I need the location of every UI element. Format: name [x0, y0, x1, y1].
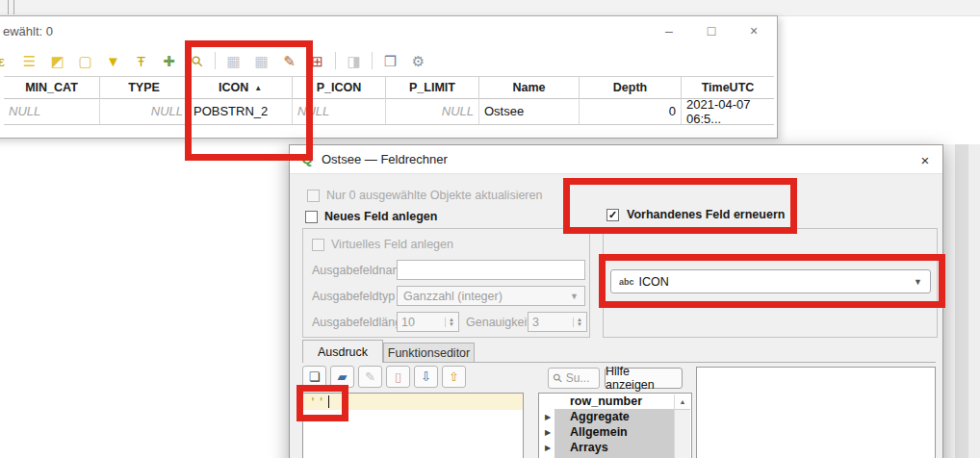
expand-arrow-icon[interactable]: ▶	[545, 413, 551, 421]
function-group-allgemein[interactable]: ▶ Allgemein	[539, 424, 691, 440]
cell-timeutc[interactable]: 2021-04-07 06:5...	[682, 98, 774, 124]
output-type-label: Ausgabefeldtyp	[312, 290, 395, 303]
attribute-table-window: ewählt: 0 – □ × ε ☰ ◩ ▢ ▼ Ŧ ✚ ⚲ ▦ ▦ ✎ ⊞ …	[0, 15, 778, 139]
output-length-spinner[interactable]: 10 ▲▼	[397, 312, 459, 332]
expression-import-icon: ⇩	[421, 369, 431, 384]
column-header-label: P_ICON	[317, 81, 362, 94]
scroll-up-icon[interactable]: ▲	[675, 394, 690, 410]
only-selected-label: Nur 0 ausgewählte Objekte aktualisieren	[326, 189, 542, 202]
select-all-icon[interactable]: ☰	[19, 51, 39, 71]
function-group-aggregate[interactable]: ▶ Aggregate	[539, 409, 691, 424]
move-selection-top-icon[interactable]: Ŧ	[131, 51, 151, 71]
selection-expression-icon[interactable]: ε	[0, 51, 12, 71]
function-search-input[interactable]: ⚲ Su...	[548, 368, 600, 389]
column-header-depth[interactable]: Depth	[580, 77, 682, 98]
cell-icon[interactable]: POBSTRN_2	[189, 98, 293, 124]
only-selected-checkbox[interactable]	[307, 190, 320, 202]
column-header-min-cat[interactable]: MIN_CAT	[4, 77, 100, 98]
minimize-button[interactable]: –	[656, 20, 683, 41]
background-window-strip-right	[942, 144, 980, 458]
tab-expression[interactable]: Ausdruck	[302, 340, 383, 363]
expression-new-icon: ❏	[309, 369, 321, 384]
show-help-button[interactable]: Hilfe anzeigen	[605, 368, 683, 389]
output-length-label: Ausgabefeldlänge	[312, 316, 408, 329]
qgis-logo-icon: Q	[299, 151, 315, 166]
screenshot-stage: ewählt: 0 – □ × ε ☰ ◩ ▢ ▼ Ŧ ✚ ⚲ ▦ ▦ ✎ ⊞ …	[0, 0, 980, 458]
table-row[interactable]: NULL NULL POBSTRN_2 NULL NULL Ostsee 0 2…	[4, 98, 774, 125]
cell-p-limit[interactable]: NULL	[386, 98, 479, 124]
dialog-titlebar[interactable]: Q Ostsee — Feldrechner ×	[290, 145, 942, 174]
actions-icon[interactable]: ⚙	[408, 51, 428, 71]
column-header-timeutc[interactable]: TimeUTC	[682, 77, 774, 98]
update-existing-checkbox[interactable]: ✓	[606, 209, 619, 221]
dock-table-icon[interactable]: ❒	[380, 51, 400, 71]
function-list-item-row-number[interactable]: row_number	[539, 394, 691, 409]
attribute-table-title: ewählt: 0	[3, 24, 53, 38]
tab-function-editor[interactable]: Funktionseditor	[383, 343, 475, 363]
virtual-field-checkbox[interactable]	[312, 239, 324, 251]
expression-save-button[interactable]: ▰	[330, 366, 354, 388]
column-header-icon[interactable]: ICON▲	[189, 77, 293, 98]
expression-delete-button[interactable]: ▯	[386, 366, 410, 388]
precision-label: Genauigkeit	[466, 316, 530, 329]
function-group-arrays[interactable]: ▶ Arrays	[539, 440, 691, 455]
spinner-arrows-icon[interactable]: ▲▼	[573, 318, 582, 327]
field-calculator-icon[interactable]: ⊞	[307, 51, 327, 71]
expression-current-line[interactable]: ''	[303, 394, 523, 410]
background-panel-edge	[13, 0, 14, 14]
expression-text: ''	[309, 394, 326, 409]
show-help-label: Hilfe anzeigen	[606, 365, 682, 392]
column-header-label: TYPE	[128, 81, 160, 94]
filter-icon[interactable]: ▼	[103, 51, 123, 71]
expand-arrow-icon[interactable]: ▶	[545, 428, 551, 437]
field-calculator-dialog: Q Ostsee — Feldrechner × Nur 0 ausgewähl…	[289, 144, 943, 458]
pan-to-selection-icon[interactable]: ✚	[159, 51, 179, 71]
invert-selection-icon[interactable]: ◩	[47, 51, 67, 71]
conditional-formatting-icon[interactable]: ◨	[344, 51, 364, 71]
new-field-checkbox[interactable]	[305, 211, 318, 223]
maximize-button[interactable]: □	[698, 20, 725, 41]
table-header-row: MIN_CAT TYPE ICON▲ P_ICON P_LIMIT Name D…	[4, 76, 774, 99]
dialog-close-button[interactable]: ×	[916, 150, 935, 169]
close-button[interactable]: ×	[740, 20, 767, 41]
cell-min-cat[interactable]: NULL	[4, 98, 100, 124]
expression-new-button[interactable]: ❏	[302, 366, 326, 388]
deselect-all-icon[interactable]: ▢	[75, 51, 95, 71]
column-header-label: P_LIMIT	[409, 81, 455, 94]
output-name-input[interactable]	[397, 260, 585, 280]
column-header-label: Depth	[613, 81, 647, 94]
function-group-label: Aggregate	[570, 410, 630, 423]
column-header-label: Name	[512, 81, 545, 94]
new-field-label: Neues Feld anlegen	[324, 210, 437, 223]
function-item-label: row_number	[570, 394, 642, 408]
copy-icon[interactable]: ▦	[223, 51, 244, 71]
cell-p-icon[interactable]: NULL	[293, 98, 386, 124]
paste-icon[interactable]: ▦	[251, 51, 271, 71]
expression-edit-button[interactable]: ✎	[358, 366, 382, 388]
function-list-scrollbar[interactable]: ▲	[674, 394, 690, 458]
expression-editor[interactable]: ''	[302, 393, 524, 458]
output-type-dropdown[interactable]: Ganzzahl (integer) ▼	[397, 286, 585, 306]
spinner-arrows-icon[interactable]: ▲▼	[445, 318, 454, 327]
help-preview-panel	[696, 367, 936, 458]
expand-arrow-icon[interactable]: ▶	[545, 444, 551, 452]
toolbar-separator	[215, 52, 216, 69]
new-field-group: Virtuelles Feld anlegen Ausgabefeldname …	[302, 228, 590, 338]
column-header-p-icon[interactable]: P_ICON	[293, 77, 386, 98]
existing-field-dropdown[interactable]: abc ICON ▼	[610, 269, 931, 293]
expression-import-button[interactable]: ⇩	[414, 366, 438, 388]
expression-export-icon: ⇧	[449, 369, 459, 384]
cell-depth[interactable]: 0	[580, 98, 682, 124]
expression-export-button[interactable]: ⇧	[442, 366, 466, 388]
function-list[interactable]: row_number ▶ Aggregate ▶ Allgemein ▶ Arr…	[538, 393, 692, 458]
precision-spinner[interactable]: 3 ▲▼	[528, 312, 587, 332]
toolbar-separator	[372, 52, 373, 69]
column-header-name[interactable]: Name	[479, 77, 580, 98]
column-header-label: MIN_CAT	[25, 81, 78, 94]
zoom-to-selection-icon[interactable]: ⚲	[183, 46, 212, 75]
cell-name[interactable]: Ostsee	[479, 98, 580, 124]
new-field-icon[interactable]: ✎	[279, 51, 299, 71]
column-header-type[interactable]: TYPE	[100, 77, 189, 98]
column-header-p-limit[interactable]: P_LIMIT	[386, 77, 479, 98]
cell-type[interactable]: NULL	[100, 98, 189, 124]
